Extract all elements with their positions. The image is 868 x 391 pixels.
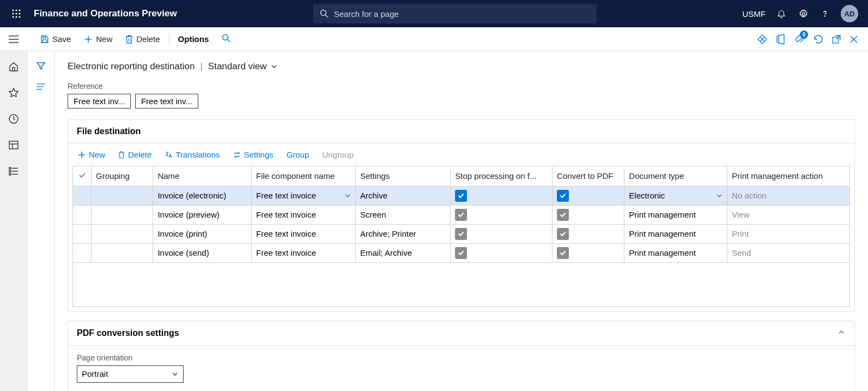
cell-grouping[interactable] (92, 243, 153, 262)
checkbox[interactable] (455, 209, 467, 221)
cell-settings[interactable]: Archive; Printer (356, 224, 451, 243)
checkbox[interactable] (455, 247, 467, 259)
row-selector[interactable] (73, 243, 92, 262)
cell-file-component[interactable]: Free text invoice (251, 224, 355, 243)
col-stop[interactable]: Stop processing on f... (451, 166, 553, 186)
save-button[interactable]: Save (34, 31, 77, 47)
help-icon[interactable] (819, 8, 831, 20)
col-doctype[interactable]: Document type (624, 166, 727, 186)
col-settings[interactable]: Settings (356, 166, 451, 186)
checkbox[interactable] (455, 228, 467, 240)
check-icon (78, 171, 86, 179)
checkbox[interactable] (557, 209, 569, 221)
cell-name[interactable]: Invoice (print) (153, 224, 252, 243)
cell-convert[interactable] (553, 224, 624, 243)
table-row[interactable]: Invoice (electronic)Free text invoiceArc… (73, 186, 850, 205)
filter-icon[interactable] (36, 61, 46, 73)
grid-translations-button[interactable]: Translations (159, 148, 225, 161)
col-pma[interactable]: Print management action (727, 166, 850, 186)
trash-icon (125, 35, 133, 44)
reference-pill[interactable]: Free text inv... (68, 94, 131, 109)
app-launcher-icon[interactable] (5, 3, 27, 25)
cell-pma[interactable]: View (727, 205, 850, 224)
select-all-header[interactable] (73, 166, 92, 186)
table-row[interactable]: Invoice (print)Free text invoiceArchive;… (73, 224, 850, 243)
row-selector[interactable] (73, 205, 92, 224)
office-icon[interactable] (776, 34, 786, 45)
delete-button[interactable]: Delete (119, 31, 166, 47)
related-lines-icon[interactable] (36, 83, 46, 93)
diamond-icon[interactable] (757, 34, 768, 45)
workspace-icon[interactable] (8, 140, 19, 153)
cell-convert[interactable] (553, 186, 624, 205)
cell-name[interactable]: Invoice (preview) (153, 205, 252, 224)
cell-stop[interactable] (451, 186, 553, 205)
col-name[interactable]: Name (153, 166, 252, 186)
cell-grouping[interactable] (92, 186, 153, 205)
grid-group-button[interactable]: Group (281, 148, 315, 161)
cell-convert[interactable] (553, 243, 624, 262)
row-selector[interactable] (73, 224, 92, 243)
cell-grouping[interactable] (92, 205, 153, 224)
checkbox[interactable] (557, 190, 569, 202)
new-button[interactable]: New (77, 31, 119, 47)
close-icon[interactable] (849, 35, 858, 44)
reference-pill[interactable]: Free text inv... (135, 94, 198, 109)
modules-icon[interactable] (8, 166, 19, 179)
view-selector[interactable]: Standard view (208, 61, 278, 72)
cell-stop[interactable] (451, 243, 553, 262)
cell-settings[interactable]: Archive (356, 186, 451, 205)
attachment-icon[interactable]: 0 (795, 34, 805, 45)
cell-name[interactable]: Invoice (electronic) (153, 186, 252, 205)
table-row[interactable]: Invoice (send)Free text invoiceEmail; Ar… (73, 243, 850, 262)
cell-doctype[interactable]: Print management (624, 224, 727, 243)
entity-label[interactable]: USMF (743, 9, 766, 19)
cell-settings[interactable]: Screen (356, 205, 451, 224)
cell-file-component[interactable]: Free text invoice (251, 243, 355, 262)
popout-icon[interactable] (832, 35, 841, 44)
section-header[interactable]: PDF conversion settings (68, 321, 854, 346)
table-row[interactable]: Invoice (preview)Free text invoiceScreen… (73, 205, 850, 224)
col-file-component[interactable]: File component name (251, 166, 355, 186)
col-grouping[interactable]: Grouping (92, 166, 153, 186)
translate-icon (165, 151, 172, 159)
refresh-icon[interactable] (814, 34, 823, 44)
cell-name[interactable]: Invoice (send) (153, 243, 252, 262)
checkbox[interactable] (557, 228, 569, 240)
col-convert[interactable]: Convert to PDF (553, 166, 624, 186)
gear-icon[interactable] (797, 8, 809, 20)
clock-icon[interactable] (8, 113, 19, 127)
grid-delete-button[interactable]: Delete (113, 148, 157, 161)
bell-icon[interactable] (775, 8, 787, 20)
avatar[interactable]: AD (841, 5, 858, 22)
home-icon[interactable] (8, 61, 19, 74)
row-selector[interactable] (73, 186, 92, 205)
cell-pma[interactable]: Send (727, 243, 850, 262)
checkbox[interactable] (455, 190, 467, 202)
nav-toggle-icon[interactable] (5, 35, 22, 43)
cell-doctype[interactable]: Print management (624, 205, 727, 224)
cell-stop[interactable] (451, 224, 553, 243)
grid-settings-button[interactable]: Settings (228, 148, 279, 161)
search-input[interactable]: Search for a page (313, 4, 597, 23)
orientation-select[interactable]: Portrait (77, 365, 184, 383)
cell-settings[interactable]: Email; Archive (356, 243, 451, 262)
section-header[interactable]: File destination (68, 120, 854, 143)
cell-stop[interactable] (451, 205, 553, 224)
cell-file-component[interactable]: Free text invoice (251, 186, 355, 205)
chevron-up-icon[interactable] (837, 328, 846, 339)
command-search-icon[interactable] (222, 34, 230, 45)
cell-pma[interactable]: No action (727, 186, 850, 205)
cell-grouping[interactable] (92, 224, 153, 243)
svg-rect-33 (9, 171, 11, 172)
options-button[interactable]: Options (172, 31, 216, 47)
cell-pma[interactable]: Print (727, 224, 850, 243)
star-icon[interactable] (8, 87, 19, 100)
grid-new-button[interactable]: New (72, 148, 111, 161)
cell-doctype[interactable]: Print management (624, 243, 727, 262)
cell-doctype[interactable]: Electronic (624, 186, 727, 205)
cell-file-component[interactable]: Free text invoice (251, 205, 355, 224)
pdf-conversion-section: PDF conversion settings Page orientation… (68, 321, 855, 392)
cell-convert[interactable] (553, 205, 624, 224)
checkbox[interactable] (557, 247, 569, 259)
